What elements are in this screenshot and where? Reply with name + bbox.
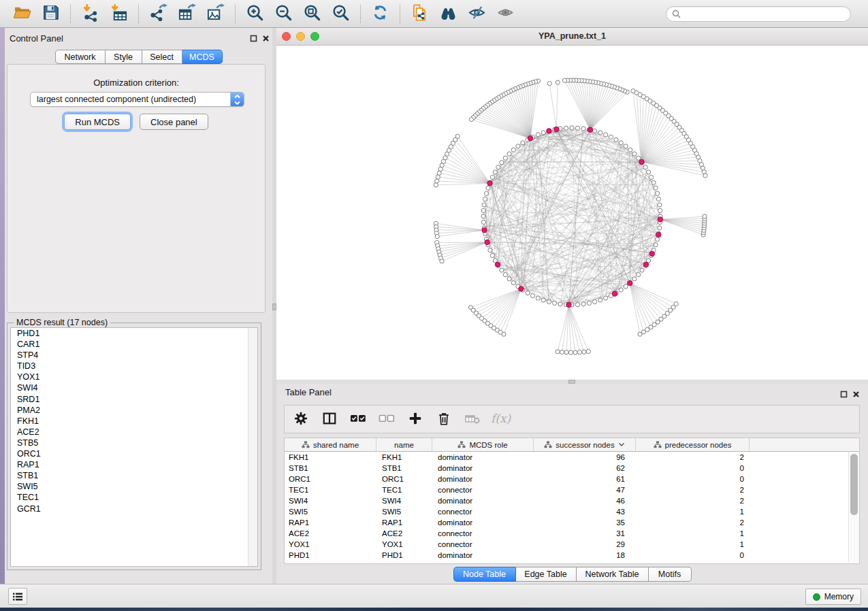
mcds-node-item[interactable]: SRD1	[11, 394, 257, 405]
table-row[interactable]: RAP1RAP1dominator352	[285, 517, 849, 528]
list-scrollbar[interactable]	[248, 328, 257, 566]
tab-select[interactable]: Select	[142, 50, 182, 64]
window-maximize-light[interactable]	[310, 32, 319, 41]
table-row[interactable]: ORC1ORC1dominator610	[285, 474, 849, 484]
mcds-node-item[interactable]: ACE2	[11, 427, 257, 437]
cell-mcds-role[interactable]: dominator	[432, 497, 534, 505]
cell-mcds-role[interactable]: dominator	[432, 475, 534, 483]
cell-successor-nodes[interactable]: 62	[534, 464, 636, 472]
table-row[interactable]: PHD1PHD1dominator180	[285, 550, 849, 561]
columns-button[interactable]	[320, 410, 339, 429]
settings-button[interactable]	[291, 410, 310, 429]
task-history-button[interactable]	[8, 588, 27, 605]
tab-node-table[interactable]: Node Table	[453, 567, 516, 582]
delete-column-button[interactable]	[434, 410, 453, 429]
cell-name[interactable]: PHD1	[376, 551, 432, 559]
cell-predecessor-nodes[interactable]: 2	[636, 497, 750, 505]
column-header-name[interactable]: name	[376, 438, 432, 451]
export-table-button[interactable]	[174, 2, 199, 25]
add-column-button[interactable]	[406, 410, 425, 429]
column-header-successor-nodes[interactable]: successor nodes	[534, 438, 636, 451]
table-row[interactable]: TEC1TEC1connector472	[285, 484, 849, 495]
cell-shared-name[interactable]: YOX1	[285, 540, 376, 548]
cell-name[interactable]: ORC1	[376, 475, 432, 483]
table-row[interactable]: FKH1FKH1dominator962	[285, 452, 849, 463]
cell-successor-nodes[interactable]: 61	[534, 475, 636, 483]
cell-shared-name[interactable]: STB1	[285, 464, 376, 472]
cell-shared-name[interactable]: ACE2	[285, 529, 376, 538]
column-header-MCDS-role[interactable]: MCDS role	[432, 438, 534, 451]
cell-mcds-role[interactable]: connector	[432, 540, 534, 548]
share-document-button[interactable]	[407, 2, 432, 25]
cell-predecessor-nodes[interactable]: 1	[636, 508, 750, 516]
float-panel-icon[interactable]	[249, 34, 258, 43]
mcds-node-item[interactable]: SWI4	[11, 382, 257, 393]
mcds-node-item[interactable]: RAP1	[11, 459, 257, 470]
cell-name[interactable]: ACE2	[376, 529, 432, 538]
cell-predecessor-nodes[interactable]: 0	[636, 475, 750, 483]
import-network-button[interactable]	[78, 2, 103, 25]
cell-shared-name[interactable]: FKH1	[285, 453, 376, 461]
cell-name[interactable]: RAP1	[376, 518, 432, 527]
cell-shared-name[interactable]: SWI4	[285, 497, 376, 505]
cell-predecessor-nodes[interactable]: 0	[636, 551, 750, 559]
window-close-light[interactable]	[282, 32, 291, 41]
tab-network-table[interactable]: Network Table	[577, 567, 649, 582]
mcds-node-item[interactable]: YOX1	[11, 371, 257, 382]
cell-name[interactable]: SWI4	[376, 497, 432, 505]
scrollbar-thumb[interactable]	[850, 454, 858, 515]
cell-successor-nodes[interactable]: 31	[534, 529, 636, 538]
show-panel-button[interactable]	[493, 2, 518, 25]
column-header-predecessor-nodes[interactable]: predecessor nodes	[636, 438, 750, 451]
cell-successor-nodes[interactable]: 96	[534, 453, 636, 461]
table-row[interactable]: YOX1YOX1connector291	[285, 539, 849, 550]
cell-name[interactable]: YOX1	[376, 540, 432, 548]
cell-mcds-role[interactable]: connector	[432, 529, 534, 538]
cell-name[interactable]: FKH1	[376, 453, 432, 461]
zoom-fit-button[interactable]	[300, 2, 325, 25]
refresh-button[interactable]	[368, 2, 393, 25]
window-minimize-light[interactable]	[296, 32, 305, 41]
save-session-button[interactable]	[38, 2, 63, 25]
cell-successor-nodes[interactable]: 47	[534, 486, 636, 494]
mcds-node-item[interactable]: PHD1	[11, 328, 257, 339]
cell-successor-nodes[interactable]: 46	[534, 497, 636, 505]
cell-predecessor-nodes[interactable]: 2	[636, 486, 750, 494]
run-mcds-button[interactable]: Run MCDS	[64, 114, 131, 130]
mcds-node-item[interactable]: TEC1	[11, 492, 257, 503]
cell-mcds-role[interactable]: connector	[432, 486, 534, 494]
export-image-button[interactable]	[203, 2, 228, 25]
import-table-button[interactable]	[106, 2, 131, 25]
search-input[interactable]	[684, 9, 850, 20]
network-canvas[interactable]	[276, 46, 868, 380]
cell-name[interactable]: TEC1	[376, 486, 432, 494]
table-row[interactable]: SWI5SWI5connector431	[285, 506, 849, 517]
close-icon[interactable]	[261, 34, 270, 43]
mcds-node-item[interactable]: TID3	[11, 361, 257, 371]
network-graph[interactable]	[276, 46, 868, 380]
cell-mcds-role[interactable]: dominator	[432, 453, 534, 461]
open-file-button[interactable]	[10, 2, 35, 25]
cell-name[interactable]: STB1	[376, 464, 432, 472]
cell-successor-nodes[interactable]: 18	[534, 551, 636, 559]
zoom-selected-button[interactable]	[328, 2, 353, 25]
zoom-in-button[interactable]	[242, 2, 268, 25]
cell-mcds-role[interactable]: connector	[432, 508, 534, 516]
cell-shared-name[interactable]: ORC1	[285, 475, 376, 483]
zoom-out-button[interactable]	[271, 2, 296, 25]
cell-successor-nodes[interactable]: 43	[534, 508, 636, 516]
cell-shared-name[interactable]: TEC1	[285, 486, 376, 494]
cell-predecessor-nodes[interactable]: 0	[636, 464, 750, 472]
cell-shared-name[interactable]: RAP1	[285, 518, 376, 527]
table-row[interactable]: ACE2ACE2connector311	[285, 528, 849, 539]
cell-name[interactable]: SWI5	[376, 508, 432, 516]
mcds-node-item[interactable]: FKH1	[11, 416, 257, 427]
cell-predecessor-nodes[interactable]: 2	[636, 518, 750, 527]
close-icon[interactable]	[852, 390, 861, 399]
criterion-dropdown[interactable]: largest connected component (undirected)	[30, 92, 244, 107]
tab-mcds[interactable]: MCDS	[182, 50, 223, 64]
memory-button[interactable]: Memory	[805, 589, 861, 605]
mcds-node-item[interactable]: STB1	[11, 470, 257, 481]
column-header-shared-name[interactable]: shared name	[285, 438, 376, 451]
export-network-button[interactable]	[146, 2, 171, 25]
